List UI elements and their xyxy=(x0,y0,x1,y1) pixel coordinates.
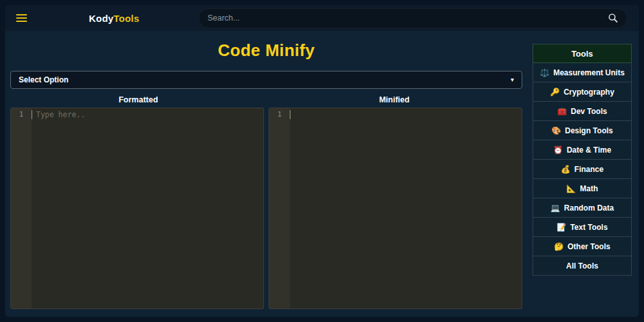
toolbox-icon: 🧰 xyxy=(557,108,567,115)
sidebar-item-measurement-units[interactable]: ⚖️ Measurement Units xyxy=(533,63,632,82)
hamburger-menu-icon[interactable] xyxy=(16,12,27,24)
sidebar-item-label: All Tools xyxy=(566,261,598,270)
sidebar-header: Tools xyxy=(533,44,632,63)
sidebar-item-label: Measurement Units xyxy=(553,68,625,77)
sidebar-item-cryptography[interactable]: 🔑 Cryptography xyxy=(533,82,632,102)
search-bar[interactable] xyxy=(198,8,627,28)
editor-headers: Formatted Minified xyxy=(10,95,522,104)
palette-icon: 🎨 xyxy=(551,127,561,135)
laptop-icon: 💻 xyxy=(551,204,560,212)
logo-part-1: Kody xyxy=(89,13,113,24)
sidebar-item-random-data[interactable]: 💻 Random Data xyxy=(533,198,632,218)
search-icon[interactable] xyxy=(608,13,618,23)
sidebar-item-label: Math xyxy=(580,184,598,193)
sidebar-item-math[interactable]: 📐 Math xyxy=(533,179,632,198)
window-frame: KodyTools Code Minify Select Option ▾ F xyxy=(0,0,644,322)
sidebar-item-all-tools[interactable]: All Tools xyxy=(533,256,632,276)
chevron-down-icon: ▾ xyxy=(511,77,514,83)
logo-part-2: Tools xyxy=(113,13,139,24)
navbar: KodyTools xyxy=(5,5,639,31)
minified-editor[interactable]: 1 xyxy=(269,108,522,309)
formatted-editor[interactable]: 1 Type here.. xyxy=(10,108,264,309)
sidebar-item-label: Finance xyxy=(574,165,603,174)
text-cursor xyxy=(32,110,32,119)
sidebar-item-label: Dev Tools xyxy=(571,107,607,116)
content-area: Code Minify Select Option ▾ Formatted Mi… xyxy=(5,31,639,317)
sidebar-item-other-tools[interactable]: 🤔 Other Tools xyxy=(533,237,632,256)
sidebar-item-date-time[interactable]: ⏰ Date & Time xyxy=(533,140,632,160)
memo-icon: 📝 xyxy=(556,223,566,231)
sidebar-item-label: Text Tools xyxy=(570,223,607,232)
sidebar-item-text-tools[interactable]: 📝 Text Tools xyxy=(533,218,632,237)
sidebar-item-label: Random Data xyxy=(564,204,614,213)
language-select[interactable]: Select Option ▾ xyxy=(10,71,522,89)
brand-logo[interactable]: KodyTools xyxy=(89,13,139,24)
sidebar-item-label: Date & Time xyxy=(567,146,611,155)
sidebar-item-dev-tools[interactable]: 🧰 Dev Tools xyxy=(533,102,632,121)
formatted-input[interactable]: Type here.. xyxy=(32,108,263,308)
page-title: Code Minify xyxy=(10,41,522,61)
main-column: Code Minify Select Option ▾ Formatted Mi… xyxy=(5,31,527,317)
sidebar-item-design-tools[interactable]: 🎨 Design Tools xyxy=(533,121,632,140)
text-cursor xyxy=(290,110,290,119)
thinking-face-icon: 🤔 xyxy=(554,243,564,251)
sidebar-item-finance[interactable]: 💰 Finance xyxy=(533,160,632,179)
formatted-placeholder: Type here.. xyxy=(36,110,85,119)
app-page: KodyTools Code Minify Select Option ▾ F xyxy=(5,5,639,317)
search-input[interactable] xyxy=(207,14,608,23)
sidebar-item-label: Other Tools xyxy=(567,242,610,251)
select-value: Select Option xyxy=(19,75,68,84)
sidebar-item-label: Cryptography xyxy=(564,88,614,97)
formatted-header: Formatted xyxy=(10,95,267,104)
editor-panels: 1 Type here.. 1 xyxy=(10,108,522,309)
minified-line-number: 1 xyxy=(269,108,290,308)
minified-header: Minified xyxy=(267,95,523,104)
alarm-clock-icon: ⏰ xyxy=(553,146,563,154)
sidebar-item-label: Design Tools xyxy=(565,126,612,135)
minified-output[interactable] xyxy=(290,108,522,308)
formatted-line-number: 1 xyxy=(11,108,32,308)
money-bag-icon: 💰 xyxy=(561,166,571,173)
measurement-units-icon: ⚖️ xyxy=(540,69,549,77)
tools-sidebar: Tools ⚖️ Measurement Units 🔑 Cryptograph… xyxy=(533,44,632,317)
triangle-ruler-icon: 📐 xyxy=(567,185,576,193)
key-icon: 🔑 xyxy=(550,88,560,96)
